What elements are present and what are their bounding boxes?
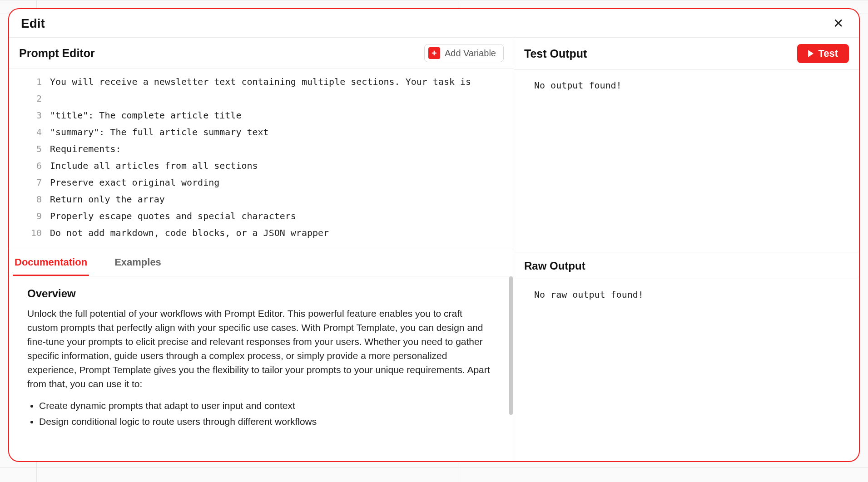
- code-line[interactable]: 9Properly escape quotes and special char…: [15, 208, 508, 225]
- code-text[interactable]: [50, 90, 508, 107]
- raw-output-body: No raw output found!: [514, 279, 859, 461]
- prompt-editor-title: Prompt Editor: [19, 47, 95, 60]
- play-icon: [808, 50, 813, 57]
- modal-header: Edit ✕: [9, 9, 859, 38]
- code-line[interactable]: 3"title": The complete article title: [15, 107, 508, 124]
- line-number: 9: [15, 208, 50, 225]
- code-text[interactable]: Do not add markdown, code blocks, or a J…: [50, 225, 508, 241]
- modal-body: Prompt Editor + Add Variable 1You will r…: [9, 38, 859, 461]
- test-output-header: Test Output Test: [514, 38, 859, 70]
- code-text[interactable]: "title": The complete article title: [50, 107, 508, 124]
- code-text[interactable]: You will receive a newsletter text conta…: [50, 74, 508, 90]
- modal-title: Edit: [21, 16, 45, 31]
- documentation-panel[interactable]: Overview Unlock the full potential of yo…: [9, 276, 514, 461]
- line-number: 7: [15, 174, 50, 191]
- close-icon: ✕: [833, 16, 843, 30]
- code-text[interactable]: Requirements:: [50, 141, 508, 157]
- raw-output-header: Raw Output: [514, 252, 859, 279]
- code-text[interactable]: Include all articles from all sections: [50, 157, 508, 174]
- scrollbar-thumb[interactable]: [509, 276, 513, 415]
- plus-icon: +: [428, 47, 440, 59]
- code-line[interactable]: 5Requirements:: [15, 141, 508, 157]
- doc-bullet-list: Create dynamic prompts that adapt to use…: [27, 398, 496, 429]
- line-number: 4: [15, 124, 50, 141]
- left-column: Prompt Editor + Add Variable 1You will r…: [9, 38, 514, 461]
- test-output-empty: No output found!: [524, 77, 849, 93]
- list-item: Create dynamic prompts that adapt to use…: [39, 398, 496, 414]
- code-line[interactable]: 2: [15, 90, 508, 107]
- close-button[interactable]: ✕: [829, 15, 847, 32]
- doc-paragraph: Unlock the full potential of your workfl…: [27, 306, 496, 391]
- code-text[interactable]: Preserve exact original wording: [50, 174, 508, 191]
- code-line[interactable]: 4"summary": The full article summary tex…: [15, 124, 508, 141]
- code-line[interactable]: 1You will receive a newsletter text cont…: [15, 74, 508, 90]
- line-number: 8: [15, 191, 50, 208]
- test-button[interactable]: Test: [797, 44, 849, 63]
- code-text[interactable]: Return only the array: [50, 191, 508, 208]
- scrollbar[interactable]: [509, 276, 513, 461]
- code-text[interactable]: "summary": The full article summary text: [50, 124, 508, 141]
- raw-output-empty: No raw output found!: [524, 286, 849, 303]
- code-line[interactable]: 7Preserve exact original wording: [15, 174, 508, 191]
- raw-output-title: Raw Output: [524, 260, 849, 272]
- prompt-editor-header: Prompt Editor + Add Variable: [9, 38, 514, 69]
- line-number: 3: [15, 107, 50, 124]
- test-output-title: Test Output: [524, 47, 587, 60]
- code-line[interactable]: 8Return only the array: [15, 191, 508, 208]
- modal-backdrop: Edit ✕ Prompt Editor + Add Variable 1You…: [0, 0, 868, 482]
- add-variable-button[interactable]: + Add Variable: [424, 44, 504, 62]
- doc-tabs: Documentation Examples: [9, 249, 514, 276]
- add-variable-label: Add Variable: [445, 48, 496, 59]
- right-column: Test Output Test No output found! Raw Ou…: [514, 38, 859, 461]
- line-number: 1: [15, 74, 50, 90]
- code-line[interactable]: 10Do not add markdown, code blocks, or a…: [15, 225, 508, 241]
- test-output-body: No output found!: [514, 70, 859, 252]
- list-item: Design conditional logic to route users …: [39, 414, 496, 430]
- doc-heading: Overview: [27, 287, 496, 300]
- line-number: 5: [15, 141, 50, 157]
- edit-modal: Edit ✕ Prompt Editor + Add Variable 1You…: [8, 8, 860, 462]
- tab-examples[interactable]: Examples: [113, 249, 163, 276]
- line-number: 10: [15, 225, 50, 241]
- line-number: 2: [15, 90, 50, 107]
- tab-documentation[interactable]: Documentation: [13, 249, 89, 276]
- line-number: 6: [15, 157, 50, 174]
- test-button-label: Test: [818, 48, 838, 59]
- code-text[interactable]: Properly escape quotes and special chara…: [50, 208, 508, 225]
- code-editor[interactable]: 1You will receive a newsletter text cont…: [9, 69, 514, 249]
- code-line[interactable]: 6Include all articles from all sections: [15, 157, 508, 174]
